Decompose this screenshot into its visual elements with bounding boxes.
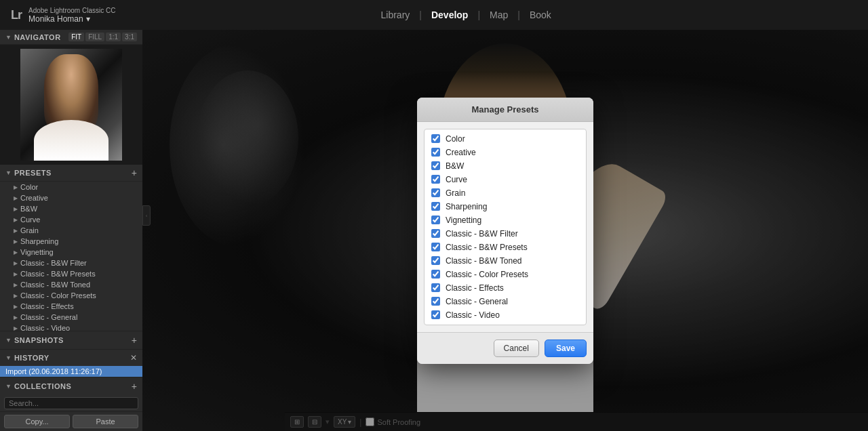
presets-toggle-icon: ▼ [5,169,12,176]
preset-checkbox[interactable] [431,188,440,197]
collections-toggle-icon: ▼ [5,383,12,390]
preset-item-grain[interactable]: ▶ Grain [0,225,142,236]
preset-check-item[interactable]: Classic - Video [425,308,586,322]
preset-checkbox[interactable] [431,202,440,211]
navigator-options: FIT FILL 1:1 3:1 [68,33,137,41]
collections-header[interactable]: ▼ Collections + [0,377,142,395]
preset-item-curve[interactable]: ▶ Curve [0,214,142,225]
navigator-toggle-icon: ▼ [5,34,12,41]
snapshots-section: ▼ Snapshots + [0,331,142,349]
preset-item-classic-bw-filter[interactable]: ▶ Classic - B&W Filter [0,258,142,268]
preset-checkbox[interactable] [431,175,440,184]
navigator-title: Navigator [14,33,61,41]
preset-item-classic-effects[interactable]: ▶ Classic - Effects [0,301,142,312]
preset-arrow-icon: ▶ [14,249,18,255]
user-dropdown-icon: ▾ [86,14,90,24]
preset-item-sharpening[interactable]: ▶ Sharpening [0,236,142,247]
preset-item-creative[interactable]: ▶ Creative [0,192,142,203]
preset-check-item[interactable]: Grain [425,186,586,200]
preset-check-item[interactable]: Classic - Color Presets [425,268,586,281]
nav-opt-fill[interactable]: FILL [85,33,104,41]
nav-opt-1-1[interactable]: 1:1 [106,33,121,41]
collections-section: ▼ Collections + [0,377,142,411]
preset-checkbox[interactable] [431,161,440,170]
preset-item-classic-bw-presets[interactable]: ▶ Classic - B&W Presets [0,268,142,279]
snapshots-title: Snapshots [14,336,64,344]
nav-develop[interactable]: Develop [422,9,477,20]
preset-check-item[interactable]: Classic - B&W Toned [425,254,586,268]
preset-checkbox[interactable] [431,297,440,306]
nav-book[interactable]: Book [520,9,561,20]
preset-item-classic-general[interactable]: ▶ Classic - General [0,312,142,323]
history-header[interactable]: ▼ History ✕ [0,350,142,366]
nav-map[interactable]: Map [480,9,517,20]
nav-opt-3-1[interactable]: 3:1 [122,33,137,41]
preset-arrow-icon: ▶ [14,271,18,277]
preset-checkbox[interactable] [431,256,440,265]
presets-header[interactable]: ▼ Presets + [0,165,142,182]
cancel-button[interactable]: Cancel [494,340,539,357]
app-name: Adobe Lightroom Classic CC [28,7,115,14]
preset-check-item[interactable]: Color [425,132,586,146]
preset-check-item[interactable]: Classic - General [425,295,586,308]
save-button[interactable]: Save [545,340,587,357]
collections-title: Collections [14,382,71,390]
preset-checkbox[interactable] [431,216,440,224]
preset-item-vignetting[interactable]: ▶ Vignetting [0,247,142,258]
collections-add-button[interactable]: + [132,381,137,392]
preset-check-item[interactable]: B&W [425,159,586,173]
center-content: Manage Presets ColorCreativeB&WCurveGrai… [142,30,868,431]
history-close-button[interactable]: ✕ [130,353,137,363]
preset-checkbox[interactable] [431,243,440,251]
preset-arrow-icon: ▶ [14,228,18,234]
modal-overlay: Manage Presets ColorCreativeB&WCurveGrai… [142,30,868,431]
preset-checkbox[interactable] [431,310,440,319]
snapshots-header[interactable]: ▼ Snapshots + [0,331,142,349]
paste-button[interactable]: Paste [73,415,138,428]
preset-item-color[interactable]: ▶ Color [0,182,142,192]
preset-checkbox[interactable] [431,283,440,292]
preset-check-item[interactable]: Vignetting [425,213,586,227]
main-layout: ▼ Navigator FIT FILL 1:1 3:1 ▼ [0,30,868,431]
presets-add-button[interactable]: + [132,167,137,178]
preset-check-label: Classic - General [446,297,508,306]
preset-checkbox[interactable] [431,270,440,279]
history-toggle-icon: ▼ [5,354,12,361]
preset-check-label: Vignetting [446,216,481,225]
preset-check-item[interactable]: Classic - Effects [425,281,586,295]
dialog-title: Manage Presets [417,98,593,122]
preset-arrow-icon: ▶ [14,282,18,288]
preset-item-bw[interactable]: ▶ B&W [0,203,142,214]
copy-button[interactable]: Copy... [4,415,70,428]
dialog-content: ColorCreativeB&WCurveGrainSharpeningVign… [417,122,593,332]
preset-check-label: B&W [446,161,464,171]
preset-check-item[interactable]: Sharpening [425,200,586,213]
preset-check-item[interactable]: Classic - B&W Filter [425,227,586,241]
presets-title: Presets [14,169,52,177]
navigator-header[interactable]: ▼ Navigator FIT FILL 1:1 3:1 [0,30,142,45]
preset-check-label: Classic - B&W Filter [446,229,518,239]
nav-opt-fit[interactable]: FIT [68,33,84,41]
preset-check-label: Classic - B&W Presets [446,243,528,252]
preset-check-item[interactable]: Classic - B&W Presets [425,241,586,254]
preset-item-classic-color-presets[interactable]: ▶ Classic - Color Presets [0,290,142,301]
preset-check-item[interactable]: Curve [425,173,586,186]
preset-checkbox[interactable] [431,229,440,238]
nav-library[interactable]: Library [372,9,420,20]
preset-checkbox[interactable] [431,148,440,157]
collections-search-input[interactable] [4,397,138,409]
preset-check-item[interactable]: Creative [425,146,586,159]
preset-check-label: Curve [446,175,467,184]
preset-checklist[interactable]: ColorCreativeB&WCurveGrainSharpeningVign… [424,129,587,325]
app-info: Adobe Lightroom Classic CC Monika Homan … [28,7,115,24]
preset-check-label: Classic - Effects [446,283,504,293]
history-item[interactable]: Import (20.06.2018 11:26:17) [0,366,142,377]
left-panel: ▼ Navigator FIT FILL 1:1 3:1 ▼ [0,30,142,431]
preset-item-classic-video[interactable]: ▶ Classic - Video [0,323,142,331]
user-name[interactable]: Monika Homan ▾ [28,14,115,24]
preset-item-classic-bw-toned[interactable]: ▶ Classic - B&W Toned [0,279,142,290]
preset-checkbox[interactable] [431,134,440,143]
preset-arrow-icon: ▶ [14,293,18,299]
preset-check-label: Color [446,134,465,144]
snapshots-add-button[interactable]: + [132,335,137,346]
